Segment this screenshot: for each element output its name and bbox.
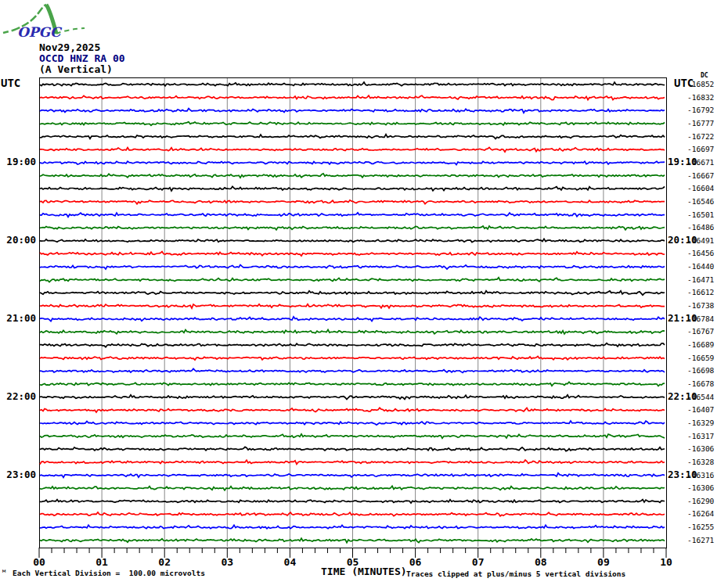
trace-dc-value: -16264 [687,510,714,518]
trace-dc-value: -16604 [687,185,714,192]
x-tick-label: 08 [531,557,551,567]
x-tick-label: 03 [217,557,237,567]
trace-dc-value: -16306 [687,445,714,453]
trace-dc-value: -16767 [687,328,714,336]
trace-dc-value: -16440 [687,263,714,271]
trace-dc-value: -16722 [687,133,714,141]
x-tick-label: 10 [656,557,676,567]
trace-dc-value: -16491 [687,237,714,245]
trace-dc-value: -16612 [687,289,714,296]
x-tick-label: 00 [29,557,49,567]
seismogram-plot [0,0,728,582]
trace-dc-value: -16306 [687,484,714,492]
trace-dc-value: -16832 [687,94,714,102]
hour-label-left: 19:00 [0,157,36,167]
trace-dc-value: -16486 [687,224,714,232]
trace-dc-value: -16667 [687,172,714,180]
trace-dc-value: -16777 [687,120,714,128]
helicorder-page: OPGC Nov29,2025 OCCD HNZ RA 00 (A Vertic… [0,0,728,582]
trace-dc-value: -16271 [687,537,714,544]
trace-dc-value: -16697 [687,146,714,153]
corner-mark: м [2,568,5,574]
hour-label-left: 22:00 [0,392,36,402]
trace-dc-value: -16738 [687,302,714,310]
clip-note: Traces clipped at plus/minus 5 vertical … [406,569,625,578]
trace-dc-value: -16792 [687,106,714,114]
trace-dc-value: -16501 [687,211,714,219]
hour-label-left: 20:00 [0,235,36,246]
hour-label-left: 21:00 [0,314,36,324]
trace-dc-value: -16316 [687,472,714,480]
trace-dc-value: -16329 [687,419,714,427]
x-tick-label: 09 [593,557,614,567]
x-tick-label: 04 [279,557,300,567]
scale-note: Each Vertical Division = 100.00 microvol… [13,569,205,577]
trace-dc-value: -16544 [687,393,714,401]
trace-dc-value: -16317 [687,433,714,440]
trace-dc-value: -16678 [687,380,714,388]
trace-dc-value: -16659 [687,354,714,362]
trace-dc-value: -16456 [687,250,714,257]
hour-label-left: 23:00 [0,470,36,480]
x-tick-label: 01 [92,557,112,567]
trace-dc-value: -16546 [687,198,714,206]
trace-dc-value: -16290 [687,498,714,505]
x-tick-label: 06 [405,557,426,567]
trace-dc-value: -16671 [687,159,714,167]
x-tick-label: 02 [154,557,175,567]
x-axis-title: TIME (MINUTES) [321,566,407,577]
trace-dc-value: -16698 [687,367,714,375]
trace-dc-value: -16255 [687,523,714,531]
trace-dc-value: -16471 [687,276,714,284]
trace-dc-value: -16852 [687,81,714,88]
x-tick-label: 07 [468,557,488,567]
trace-dc-value: -16328 [687,458,714,466]
trace-dc-value: -16689 [687,341,714,349]
trace-dc-value: -16784 [687,315,714,323]
trace-dc-value: -16407 [687,406,714,414]
